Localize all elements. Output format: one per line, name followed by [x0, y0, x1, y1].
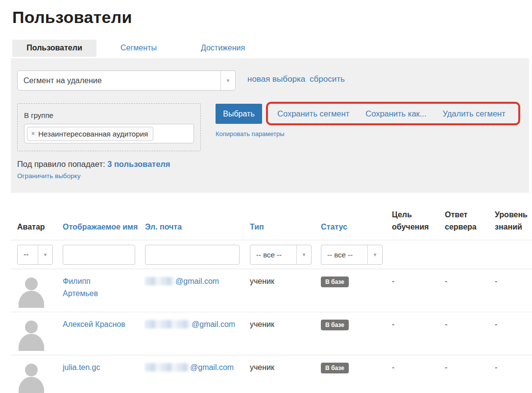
col-header-server-answer: Ответ сервера [445, 209, 495, 240]
goal-value: - [392, 362, 445, 374]
user-name-link[interactable]: Филипп Артемьев [63, 276, 104, 300]
segment-filter-panel: Сегмент на удаление ▾ новая выборка сбро… [11, 58, 529, 193]
server-answer-value: - [445, 319, 495, 331]
user-type: ученик [250, 276, 321, 288]
col-header-email[interactable]: Эл. почта [145, 221, 250, 240]
avatar [17, 362, 63, 393]
avatar-filter-select[interactable]: -- ▾ [17, 245, 53, 265]
email-redacted-blur [145, 320, 191, 328]
table-row: Филипп Артемьев @gmail.com ученик В базе… [17, 269, 532, 312]
group-tag-label: Незаинтересованная аудитория [38, 130, 148, 138]
limit-selection-link[interactable]: Ограничить выборку [17, 172, 80, 180]
highlight-annotation: Сохранить сегмент Сохранить как... Удали… [266, 102, 520, 125]
chevron-down-icon: ▾ [38, 245, 52, 264]
table-row: julia.ten.gc @gmail.com ученик В базе - … [17, 355, 532, 393]
group-condition-box: В группе × Незаинтересованная аудитория [17, 103, 201, 151]
chevron-down-icon: ▾ [296, 245, 311, 264]
table-filter-row: -- ▾ -- все -- ▾ -- все -- ▾ [17, 240, 532, 269]
table-row: Алексей Краснов @gmail.com ученик В базе… [17, 312, 532, 355]
email-filter-input[interactable] [145, 245, 240, 265]
save-segment-link[interactable]: Сохранить сегмент [277, 109, 349, 118]
col-header-avatar: Аватар [17, 221, 63, 240]
new-selection-link[interactable]: новая выборка [247, 74, 305, 84]
segment-select-value: Сегмент на удаление [18, 76, 220, 85]
tab-bar: Пользователи Сегменты Достижения [12, 40, 532, 57]
group-tag: × Незаинтересованная аудитория [27, 127, 153, 141]
status-badge: В базе [321, 363, 349, 373]
status-badge: В базе [321, 277, 349, 287]
email-redacted-blur [145, 363, 189, 371]
person-silhouette-icon [17, 319, 46, 351]
user-name-link[interactable]: Алексей Краснов [63, 320, 125, 328]
tab-segments[interactable]: Сегменты [97, 40, 181, 57]
delete-segment-link[interactable]: Удалить сегмент [443, 109, 506, 118]
tab-achievements[interactable]: Достижения [181, 40, 265, 57]
user-email-link[interactable]: @gmail.com [192, 320, 235, 328]
table-header-row: Аватар Отображаемое имя Эл. почта Тип Ст… [17, 193, 532, 240]
goal-value: - [392, 276, 445, 288]
user-type: ученик [250, 362, 321, 374]
user-type: ученик [250, 319, 321, 331]
col-header-status[interactable]: Статус [321, 221, 392, 240]
segment-select[interactable]: Сегмент на удаление ▾ [17, 70, 236, 91]
col-header-type[interactable]: Тип [250, 221, 321, 240]
user-email-link[interactable]: @gmail.com [190, 363, 234, 371]
server-answer-value: - [445, 362, 495, 374]
type-filter-select[interactable]: -- все -- ▾ [250, 245, 312, 265]
user-name-link[interactable]: julia.ten.gc [63, 363, 100, 371]
goal-value: - [392, 319, 445, 331]
chevron-down-icon: ▾ [367, 245, 382, 264]
rule-match-prefix: Под правило попадает: [17, 160, 105, 168]
rule-match-count-link[interactable]: 3 пользователя [107, 160, 170, 168]
person-silhouette-icon [17, 276, 46, 308]
email-redacted-blur [145, 277, 174, 285]
rule-match-line: Под правило попадает: 3 пользователя [17, 160, 170, 169]
remove-tag-icon[interactable]: × [31, 130, 35, 137]
server-answer-value: - [445, 276, 495, 288]
save-as-link[interactable]: Сохранить как... [365, 109, 426, 118]
user-email-link[interactable]: @gmail.com [175, 277, 219, 285]
chevron-down-icon: ▾ [220, 71, 235, 90]
status-badge: В базе [321, 320, 349, 330]
avatar [17, 319, 63, 351]
avatar [17, 276, 63, 308]
col-header-knowledge-level: Уровень знаний [495, 209, 532, 240]
col-header-goal: Цель обучения [392, 209, 445, 240]
col-header-display-name[interactable]: Отображаемое имя [63, 221, 145, 240]
tab-users[interactable]: Пользователи [12, 40, 97, 57]
select-button[interactable]: Выбрать [216, 104, 262, 124]
copy-params-link[interactable]: Копировать параметры [216, 130, 285, 138]
group-condition-label: В группе [24, 111, 194, 119]
knowledge-level-value: - [495, 276, 532, 288]
status-filter-select[interactable]: -- все -- ▾ [321, 245, 383, 265]
name-filter-input[interactable] [63, 245, 135, 265]
knowledge-level-value: - [495, 362, 532, 374]
person-silhouette-icon [17, 362, 46, 393]
reset-link[interactable]: сбросить [310, 74, 345, 84]
page-title: Пользователи [12, 8, 532, 27]
knowledge-level-value: - [495, 319, 532, 331]
group-tags-input[interactable]: × Незаинтересованная аудитория [24, 124, 194, 143]
